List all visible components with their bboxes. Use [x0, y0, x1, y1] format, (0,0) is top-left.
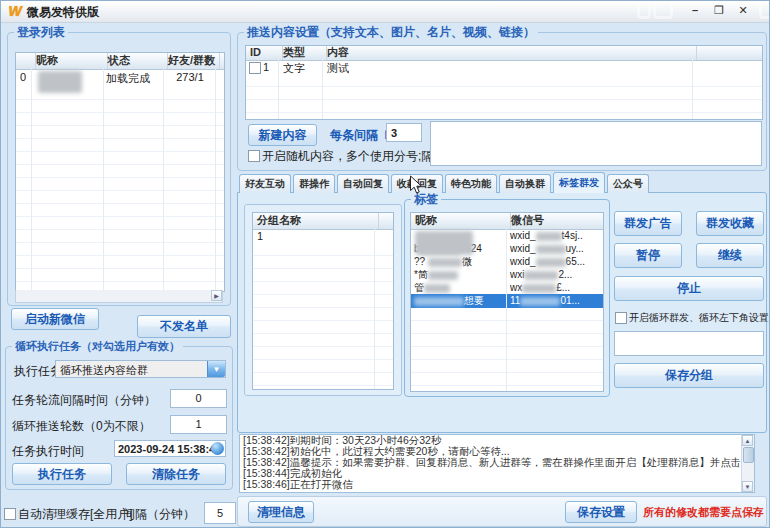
bottom-bar: 清理信息 保存设置 所有的修改都需要点保存	[237, 496, 767, 527]
save-warning-text: 所有的修改都需要点保存	[643, 505, 764, 520]
scrollbar-thumb[interactable]	[743, 447, 754, 463]
task-interval-input[interactable]: 0	[170, 389, 227, 408]
minimize-button[interactable]: –	[685, 2, 705, 19]
push-row-id: 1	[263, 61, 269, 73]
save-settings-button[interactable]: 保存设置	[565, 501, 637, 523]
log-scrollbar[interactable]: ▲ ▼	[741, 435, 754, 492]
col-group-name: 分组名称	[253, 213, 379, 229]
push-rounds-label: 循环推送轮数（0为不限）	[12, 418, 151, 435]
content-preview-textarea[interactable]	[430, 121, 762, 166]
push-table-header: ID 类型 内容	[246, 46, 762, 61]
col-content: 内容	[323, 46, 697, 60]
scroll-up-icon[interactable]: ▲	[742, 435, 753, 446]
push-content-panel: 推送内容设置（支持文本、图片、名片、视频、链接） ID 类型 内容 1 文字 测…	[237, 32, 767, 171]
run-task-button[interactable]: 执行任务	[12, 463, 112, 485]
exec-task-select[interactable]: 循环推送内容给群 ▼	[55, 360, 226, 378]
member-row-selected[interactable]: 想要 1101...	[411, 294, 603, 308]
login-list-title: 登录列表	[14, 25, 68, 39]
push-rounds-input[interactable]: 1	[170, 415, 227, 434]
watermark	[759, 1, 770, 19]
member-row[interactable]: ?? 微 wxid_65...	[411, 255, 603, 268]
tab-strip: 好友互动群操作自动回复收款回复特色功能自动换群标签群发公众号	[239, 172, 651, 193]
tab-tag-mass-send[interactable]: 标签群发	[553, 172, 605, 193]
tag-mass-send-panel: 分组名称 1 标签 昵称 微信号 wxid_t4sj..	[237, 192, 767, 433]
tab-group-operations[interactable]: 群操作	[293, 174, 335, 193]
redacted-nickname	[415, 231, 473, 255]
group-list-container: 分组名称 1	[244, 204, 402, 396]
chevron-down-icon[interactable]: ▼	[207, 361, 225, 377]
mouse-cursor-icon	[409, 175, 423, 195]
tag-table-header: 昵称 微信号	[411, 213, 603, 230]
login-list-panel: 登录列表 昵称 状态 好友/群数 0 加载完成 273/1 ▶	[7, 32, 231, 306]
member-empty-rows	[411, 308, 603, 391]
tab-special-features[interactable]: 特色功能	[445, 174, 497, 193]
col-member-nickname: 昵称	[411, 213, 511, 229]
random-content-label: 开启随机内容，多个使用分号;隔开	[262, 148, 445, 165]
push-row[interactable]: 1 文字 测试	[246, 60, 762, 75]
mass-send-ad-button[interactable]: 群发广告	[614, 211, 682, 236]
auto-clean-cache-label: 自动清理缓存[全用户]	[18, 506, 133, 523]
tab-official-account[interactable]: 公众号	[607, 174, 649, 193]
maximize-button[interactable]: ❐	[709, 2, 729, 19]
group-table[interactable]: 分组名称 1	[252, 212, 394, 390]
close-button[interactable]: ✕	[733, 2, 753, 19]
exec-task-value: 循环推送内容给群	[60, 364, 148, 376]
datetime-picker-icon[interactable]	[211, 442, 224, 455]
login-row-ratio: 273/1	[164, 71, 216, 83]
log-box[interactable]: [15:38:42]到期时间：30天23小时46分32秒 [15:38:42]初…	[239, 434, 755, 493]
mass-send-favorites-button[interactable]: 群发收藏	[696, 211, 764, 236]
loop-task-panel: 循环执行任务（对勾选用户有效） 执行任务 循环推送内容给群 ▼ 任务轮流间隔时间…	[5, 346, 233, 490]
app-window: W 微易发特供版 – ❐ ✕ 登录列表 昵称 状态 好友/群数 0 加载完成 2…	[0, 0, 770, 528]
group-row-name: 1	[257, 230, 263, 242]
app-logo-icon: W	[7, 3, 23, 19]
login-hscrollbar[interactable]: ▶	[15, 290, 223, 303]
app-title: 微易发特供版	[27, 4, 99, 21]
stop-button[interactable]: 停止	[614, 276, 764, 301]
login-table[interactable]: 昵称 状态 好友/群数 0 加载完成 273/1	[15, 52, 225, 292]
task-time-value: 2023-09-24 15:38:41	[118, 443, 221, 455]
member-row[interactable]: 管 wx£...	[411, 281, 603, 294]
col-wechat-id: 微信号	[507, 213, 604, 229]
tag-panel: 标签 昵称 微信号 wxid_t4sj.. b4424 wxid_uy... ?…	[404, 199, 610, 397]
push-content-table[interactable]: ID 类型 内容 1 文字 测试	[245, 45, 763, 120]
gap-seconds-input[interactable]: 3	[386, 123, 422, 142]
no-send-list-button[interactable]: 不发名单	[137, 315, 231, 338]
loop-mass-send-label: 开启循环群发、循环左下角设置	[629, 311, 769, 325]
login-empty-rows	[16, 87, 224, 291]
cache-interval-input[interactable]: 5	[204, 502, 236, 524]
pause-button[interactable]: 暂停	[614, 243, 682, 268]
col-type: 类型	[279, 46, 327, 60]
title-bar: W 微易发特供版 – ❐ ✕	[1, 1, 770, 23]
login-row-index: 0	[20, 71, 26, 83]
login-row-status: 加载完成	[106, 71, 150, 86]
cache-interval-label: 间隔（分钟）	[123, 506, 195, 523]
clean-info-button[interactable]: 清理信息	[248, 501, 314, 523]
clear-task-button[interactable]: 清除任务	[126, 463, 226, 485]
col-nickname: 昵称	[32, 53, 108, 69]
loop-settings-input[interactable]	[614, 331, 764, 356]
resume-button[interactable]: 继续	[696, 243, 764, 268]
loop-mass-send-checkbox[interactable]	[615, 312, 627, 324]
push-empty-rows	[246, 74, 762, 119]
col-status: 状态	[104, 53, 168, 69]
start-new-wechat-button[interactable]: 启动新微信	[11, 308, 99, 330]
group-empty-rows	[253, 243, 393, 389]
tab-friend-interaction[interactable]: 好友互动	[239, 174, 291, 193]
scroll-right-icon[interactable]: ▶	[211, 290, 222, 301]
tag-member-table[interactable]: 昵称 微信号 wxid_t4sj.. b4424 wxid_uy... ?? 微…	[410, 212, 604, 392]
group-row[interactable]: 1	[253, 229, 393, 244]
tab-auto-change-group[interactable]: 自动换群	[499, 174, 551, 193]
push-row-checkbox[interactable]	[249, 62, 261, 74]
group-table-header: 分组名称	[253, 213, 393, 230]
new-content-button[interactable]: 新建内容	[248, 124, 317, 146]
loop-task-title: 循环执行任务（对勾选用户有效）	[12, 339, 183, 353]
member-row[interactable]: *简 wxi2...	[411, 268, 603, 281]
save-group-button[interactable]: 保存分组	[614, 363, 764, 388]
task-time-input[interactable]: 2023-09-24 15:38:41	[114, 440, 226, 457]
login-row[interactable]: 0 加载完成 273/1	[16, 69, 224, 88]
random-content-checkbox[interactable]	[248, 150, 260, 162]
col-friend-group-count: 好友/群数	[164, 53, 220, 69]
scroll-down-icon[interactable]: ▼	[742, 481, 753, 492]
auto-clean-cache-checkbox[interactable]	[4, 508, 16, 520]
tab-auto-reply[interactable]: 自动回复	[337, 174, 389, 193]
